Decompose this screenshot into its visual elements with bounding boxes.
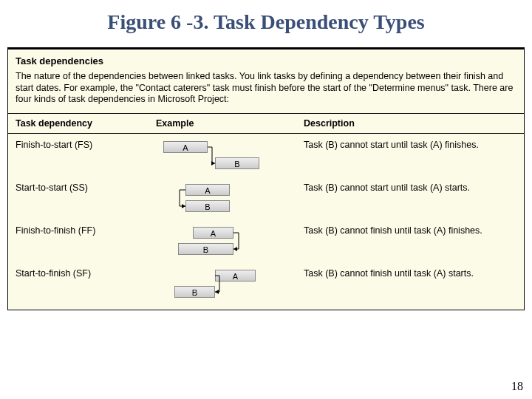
col-header-dependency: Task dependency bbox=[8, 114, 149, 134]
dep-desc: Task (B) cannot start until task (A) sta… bbox=[296, 177, 524, 219]
dep-example: A B bbox=[149, 262, 296, 305]
bar-b: B bbox=[185, 200, 230, 212]
dep-example: A B bbox=[149, 177, 296, 219]
bar-a: A bbox=[193, 227, 233, 239]
dep-name: Start-to-finish (SF) bbox=[8, 262, 149, 305]
dep-desc-text: Task (B) cannot finish until task (A) fi… bbox=[304, 225, 511, 236]
table-row: Start-to-start (SS) A B Task (B) cannot … bbox=[8, 177, 524, 219]
table-row: Finish-to-finish (FF) A B Task (B) canno… bbox=[8, 219, 524, 262]
dep-desc: Task (B) cannot finish until task (A) fi… bbox=[296, 219, 524, 262]
bar-b: B bbox=[178, 243, 233, 255]
dep-example: A B bbox=[149, 133, 296, 177]
dep-desc-text: Task (B) cannot start until task (A) sta… bbox=[304, 183, 511, 193]
diagram-ff: A B bbox=[156, 225, 274, 256]
table-row: Start-to-finish (SF) A B Task (B) cannot… bbox=[8, 262, 524, 305]
diagram-fs: A B bbox=[156, 140, 274, 171]
slide: Figure 6 -3. Task Dependency Types Task … bbox=[0, 0, 532, 399]
diagram-sf: A B bbox=[156, 268, 274, 299]
dep-name: Finish-to-finish (FF) bbox=[8, 219, 149, 262]
bar-a: A bbox=[215, 270, 256, 282]
dep-name: Finish-to-start (FS) bbox=[8, 133, 149, 177]
bar-b: B bbox=[174, 286, 215, 298]
diagram-ss: A B bbox=[156, 183, 274, 214]
intro-text: The nature of the dependencies between l… bbox=[8, 69, 524, 110]
section-heading: Task dependencies bbox=[8, 50, 524, 69]
col-header-example: Example bbox=[149, 114, 296, 134]
bar-a: A bbox=[185, 184, 230, 196]
col-header-description: Description bbox=[296, 114, 524, 134]
dep-desc-text: Task (B) cannot start until task (A) fin… bbox=[304, 140, 511, 150]
table-header-row: Task dependency Example Description bbox=[8, 114, 524, 134]
table-row: Finish-to-start (FS) A B Task (B) cannot… bbox=[8, 133, 524, 177]
dep-desc: Task (B) cannot start until task (A) fin… bbox=[296, 133, 524, 177]
page-title: Figure 6 -3. Task Dependency Types bbox=[0, 0, 532, 41]
bar-a: A bbox=[163, 141, 208, 153]
dep-name: Start-to-start (SS) bbox=[8, 177, 149, 219]
dep-example: A B bbox=[149, 219, 296, 262]
bar-b: B bbox=[215, 157, 259, 169]
content-panel: Task dependencies The nature of the depe… bbox=[7, 47, 525, 310]
dependency-table: Task dependency Example Description Fini… bbox=[8, 114, 524, 305]
page-number: 18 bbox=[511, 380, 523, 393]
dep-desc-text: Task (B) cannot finish until task (A) st… bbox=[304, 268, 511, 279]
dep-desc: Task (B) cannot finish until task (A) st… bbox=[296, 262, 524, 305]
